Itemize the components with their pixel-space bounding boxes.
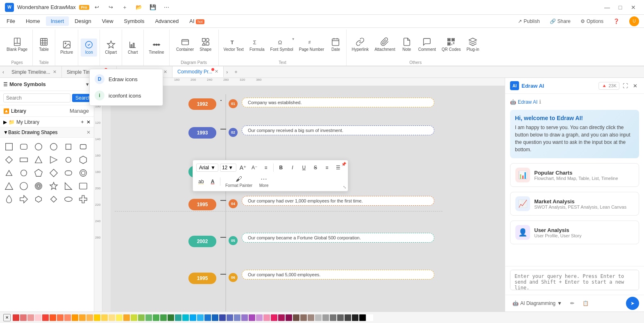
color-swatch-23[interactable] [182,314,189,321]
shape-circle-outline[interactable] [33,141,44,152]
strikethrough-btn[interactable]: S [311,163,320,173]
shape-diamond-sm[interactable] [3,154,15,166]
shape-drop[interactable] [3,193,15,205]
menu-file[interactable]: File [2,16,20,26]
close-btn[interactable]: ✕ [628,3,639,12]
color-swatch-20[interactable] [160,314,167,321]
toolbar-expand-btn[interactable]: ⤡ [343,185,346,189]
color-swatch-19[interactable] [153,314,159,321]
color-swatch-2[interactable] [27,314,34,321]
color-swatch-34[interactable] [263,314,270,321]
no-color-btn[interactable]: ✕ [3,314,11,321]
color-swatch-40[interactable] [308,314,314,321]
color-swatch-45[interactable] [345,314,351,321]
tab-1[interactable]: Simple Timeline... ✕ [7,66,62,77]
table-btn[interactable]: Table [36,36,52,54]
color-swatch-6[interactable] [57,314,63,321]
color-swatch-10[interactable] [86,314,93,321]
color-swatch-15[interactable] [123,314,130,321]
shape-square[interactable] [3,141,15,152]
menu-symbols[interactable]: Symbols [119,16,150,26]
color-swatch-41[interactable] [315,314,322,321]
shape-circle-filled[interactable] [48,141,59,152]
shape-circ-sm2[interactable] [18,167,29,179]
ai-send-btn[interactable]: ➤ [626,297,639,310]
menu-insert[interactable]: Insert [46,16,69,26]
color-swatch-12[interactable] [101,314,108,321]
italic-btn[interactable]: I [288,163,297,173]
maximize-btn[interactable]: □ [615,3,626,12]
menu-ai[interactable]: AI hot [184,16,209,26]
icon-btn[interactable]: Icon [81,39,97,57]
underline-btn[interactable]: U [299,163,309,173]
share-btn[interactable]: 🔗 Share [546,17,574,25]
menu-advanced[interactable]: Advanced [150,16,184,26]
page-number-btn[interactable]: # Page Number [297,36,327,54]
shape-oval[interactable] [63,193,74,205]
color-swatch-28[interactable] [219,314,226,321]
container-btn[interactable]: Container [174,36,196,54]
shapes-close-icon[interactable]: ✕ [86,130,91,135]
search-input[interactable] [3,93,70,102]
color-swatch-37[interactable] [286,314,292,321]
color-swatch-22[interactable] [175,314,181,321]
color-swatch-14[interactable] [116,314,122,321]
shape-tri-rt[interactable] [63,180,74,192]
shape-rect-r-sm[interactable] [77,141,89,152]
tabs-scroll-right[interactable]: › [224,68,230,77]
tab-4[interactable]: Commodity Pr... ✕ [172,66,224,77]
tab-1-close[interactable]: ✕ [53,69,57,75]
ai-popular-charts-card[interactable]: 📊 Popular Charts Flowchart, Mind Map, Ta… [510,163,639,187]
color-swatch-43[interactable] [330,314,336,321]
shape-circ-dbl[interactable] [33,180,44,192]
shape-ring[interactable] [77,167,89,179]
vector-text-btn[interactable]: T Vector Text [221,36,246,54]
decrease-font-btn[interactable]: A⁻ [249,163,259,173]
canvas-scroll[interactable]: 1992 01 Company was established. 1993 02… [111,86,505,312]
note-btn[interactable]: Note [399,36,415,54]
shape-rect-rounded[interactable] [18,141,29,152]
undo-btn[interactable]: ↩ [93,3,102,12]
color-swatch-36[interactable] [278,314,285,321]
color-swatch-32[interactable] [249,314,255,321]
shape-dia-sm2[interactable] [48,193,59,205]
open-btn[interactable]: 📂 [134,3,143,12]
ai-info-icon[interactable]: ℹ [539,99,541,105]
shape-square-sm[interactable] [63,141,74,152]
my-library-close-icon[interactable]: ✕ [86,119,91,125]
color-swatch-27[interactable] [212,314,218,321]
color-swatch-5[interactable] [50,314,56,321]
comment-btn[interactable]: Comment [416,36,438,54]
color-swatch-42[interactable] [322,314,329,321]
font-symbol-btn[interactable]: Ω Font Symbol ▼ [268,36,296,54]
hyperlink-btn[interactable]: Hyperlink [349,36,371,54]
minimize-btn[interactable]: — [601,3,613,12]
new-btn[interactable]: ＋ [120,3,129,12]
color-swatch-29[interactable] [227,314,233,321]
ai-count-btn[interactable]: 🔺 23K [599,82,619,90]
font-size-selector[interactable]: 12 ▼ [220,164,236,172]
color-swatch-25[interactable] [197,314,204,321]
blank-page-btn[interactable]: Blank Page [4,36,30,54]
iconfont-icons-item[interactable]: i iconfont icons [90,87,163,104]
color-swatch-16[interactable] [131,314,137,321]
ai-mode-btn[interactable]: 🤖 AI Diagramming ▼ [510,299,565,307]
color-swatch-48[interactable] [367,314,373,321]
shape-btn[interactable]: Shape [197,36,214,54]
color-swatch-38[interactable] [293,314,299,321]
color-swatch-1[interactable] [20,314,27,321]
picture-btn[interactable]: Picture [58,39,75,57]
redo-btn[interactable]: ↪ [107,3,116,12]
date-btn[interactable]: Date [327,36,344,54]
tab-4-close[interactable]: ✕ [215,69,218,74]
more-tools-btn[interactable]: ⋯ [162,3,171,12]
color-swatch-3[interactable] [35,314,41,321]
ai-edit-btn[interactable]: ✏ [568,299,577,307]
timeline-btn[interactable]: Timeline [146,39,166,57]
color-swatch-35[interactable] [271,314,277,321]
ai-panel-expand-btn[interactable]: ⛶ [621,82,630,90]
ai-copy-btn[interactable]: 📋 [580,299,591,307]
color-swatch-31[interactable] [241,314,248,321]
color-swatch-7[interactable] [64,314,71,321]
align-btn[interactable]: ≡ [261,163,271,173]
